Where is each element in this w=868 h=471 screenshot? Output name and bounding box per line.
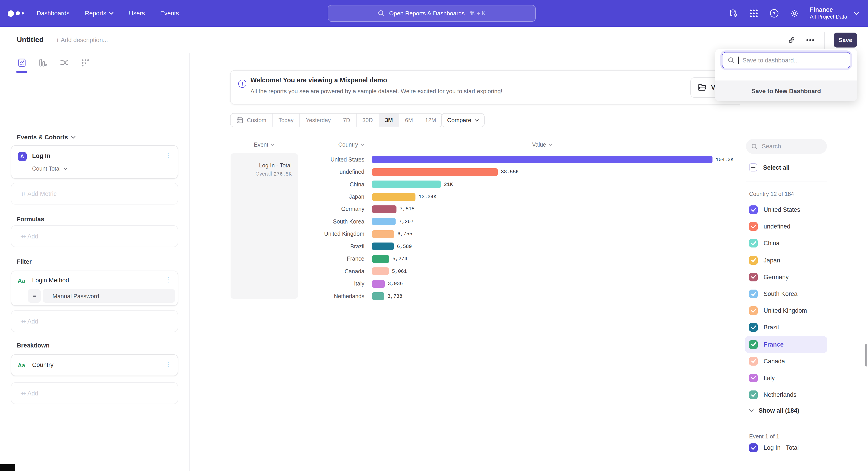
bar[interactable] [372, 267, 389, 275]
show-all-button[interactable]: Show all (184) [749, 407, 799, 414]
country-filter-item[interactable]: China [745, 235, 827, 252]
filter-operator[interactable]: = [28, 289, 41, 303]
country-filter-label: France [764, 341, 784, 348]
country-checkbox[interactable] [749, 256, 758, 264]
breakdown-property-name[interactable]: Country [32, 361, 54, 368]
tab-insights-icon[interactable] [17, 58, 27, 68]
country-filter-item[interactable]: Japan [745, 252, 827, 268]
event-filter-item[interactable]: Log In - Total [749, 443, 799, 452]
settings-gear-icon[interactable] [789, 8, 800, 18]
column-header-country[interactable]: Country [298, 142, 364, 148]
event-metric-selector[interactable]: Count Total [32, 166, 67, 172]
nav-item-users[interactable]: Users [129, 10, 145, 17]
scrollbar-thumb[interactable] [865, 344, 867, 366]
save-button[interactable]: Save [834, 33, 857, 48]
country-checkbox[interactable] [749, 390, 758, 399]
bar[interactable] [372, 280, 385, 288]
event-summary-panel[interactable]: Log In - Total Overall276.5K [230, 153, 298, 299]
date-range-today[interactable]: Today [273, 114, 300, 127]
event-name[interactable]: Log In [32, 152, 51, 159]
add-filter-button[interactable]: ++ Add [11, 311, 178, 332]
copy-link-icon[interactable] [786, 35, 796, 45]
filter-value[interactable]: Manual Password [43, 289, 175, 303]
add-description-button[interactable]: + Add description... [56, 36, 108, 43]
kebab-menu-icon[interactable]: ⋮ [165, 362, 171, 366]
country-checkbox[interactable] [749, 374, 758, 382]
date-range-7d[interactable]: 7D [337, 114, 356, 127]
help-icon[interactable]: ? [769, 8, 779, 18]
section-events-cohorts[interactable]: Events & Cohorts [17, 134, 76, 141]
country-checkbox[interactable] [749, 306, 758, 315]
bar[interactable] [372, 168, 498, 176]
country-checkbox[interactable] [749, 340, 758, 349]
date-range-6m[interactable]: 6M [399, 114, 419, 127]
report-title[interactable]: Untitled [17, 36, 43, 44]
country-filter-item[interactable]: South Korea [745, 286, 827, 302]
country-filter-item[interactable]: Germany [745, 269, 827, 286]
nav-item-reports[interactable]: Reports [85, 10, 114, 17]
save-to-dashboard-input[interactable]: Save to dashboard... [722, 52, 850, 68]
country-checkbox[interactable] [749, 223, 758, 231]
date-range-yesterday[interactable]: Yesterday [300, 114, 337, 127]
country-checkbox[interactable] [749, 273, 758, 282]
bar[interactable] [372, 218, 396, 226]
bar[interactable] [372, 292, 384, 300]
country-filter-item[interactable]: United Kingdom [745, 302, 827, 319]
country-filter-item[interactable]: undefined [745, 218, 827, 235]
more-options-icon[interactable] [805, 35, 815, 45]
tab-retention-icon[interactable] [81, 58, 90, 68]
country-filter-item[interactable]: Italy [745, 370, 827, 386]
country-checkbox[interactable] [749, 290, 758, 298]
mixpanel-logo-icon[interactable] [8, 10, 24, 17]
tab-flows-icon[interactable] [59, 58, 69, 68]
filter-property-name[interactable]: Login Method [32, 277, 69, 284]
bar[interactable] [372, 156, 712, 163]
save-to-new-dashboard-button[interactable]: Save to New Dashboard [715, 81, 857, 101]
segment-search-input[interactable]: Search [746, 139, 827, 154]
bar[interactable] [372, 230, 394, 238]
tab-funnels-icon[interactable] [38, 58, 48, 68]
data-management-icon[interactable] [728, 8, 739, 18]
country-filter-item[interactable]: Brazil [745, 319, 827, 336]
date-range-12m[interactable]: 12M [419, 114, 442, 127]
bar[interactable] [372, 205, 397, 213]
date-range-custom[interactable]: Custom [230, 114, 273, 127]
global-search-button[interactable]: Open Reports & Dashboards ⌘ + K [328, 5, 536, 22]
select-all-checkbox[interactable] [749, 163, 757, 172]
filter-card[interactable]: Aa Login Method ⋮ = Manual Password [11, 271, 178, 306]
country-filter-item[interactable]: France [745, 336, 827, 353]
country-filter-item[interactable]: Canada [745, 353, 827, 370]
project-switcher[interactable]: Finance All Project Data [810, 6, 859, 21]
date-range-label: Today [278, 117, 293, 123]
nav-item-events[interactable]: Events [160, 10, 179, 17]
event-card[interactable]: A Log In ⋮ Count Total [11, 145, 178, 179]
add-breakdown-button[interactable]: ++ Add [11, 382, 178, 404]
country-checkbox[interactable] [749, 205, 758, 214]
chart-row: Brazil6,589 [298, 240, 737, 253]
kebab-menu-icon[interactable]: ⋮ [165, 153, 171, 157]
add-formula-button[interactable]: ++ Add [11, 225, 178, 247]
bar[interactable] [372, 193, 415, 201]
add-metric-button[interactable]: ++ Add Metric [11, 183, 178, 205]
column-header-value[interactable]: Value [372, 142, 712, 148]
country-filter-item[interactable]: Netherlands [745, 386, 827, 403]
column-header-event[interactable]: Event [230, 142, 298, 148]
apps-grid-icon[interactable] [749, 8, 759, 18]
country-checkbox[interactable] [749, 239, 758, 248]
country-filter-item[interactable]: United States [745, 201, 827, 218]
bar[interactable] [372, 243, 394, 251]
event-series-name: Log In - Total [230, 163, 291, 169]
date-range-label: Custom [247, 117, 266, 123]
event-checkbox[interactable] [749, 443, 758, 452]
breakdown-card[interactable]: Aa Country ⋮ [11, 354, 178, 376]
country-checkbox[interactable] [749, 323, 758, 332]
date-range-3m[interactable]: 3M [379, 114, 399, 127]
bar[interactable] [372, 255, 389, 263]
country-checkbox[interactable] [749, 357, 758, 365]
select-all-row[interactable]: Select all [749, 163, 789, 172]
kebab-menu-icon[interactable]: ⋮ [165, 277, 171, 282]
bar[interactable] [372, 180, 441, 188]
nav-item-dashboards[interactable]: Dashboards [37, 10, 70, 17]
date-range-30d[interactable]: 30D [356, 114, 379, 127]
compare-button[interactable]: Compare [441, 113, 485, 127]
